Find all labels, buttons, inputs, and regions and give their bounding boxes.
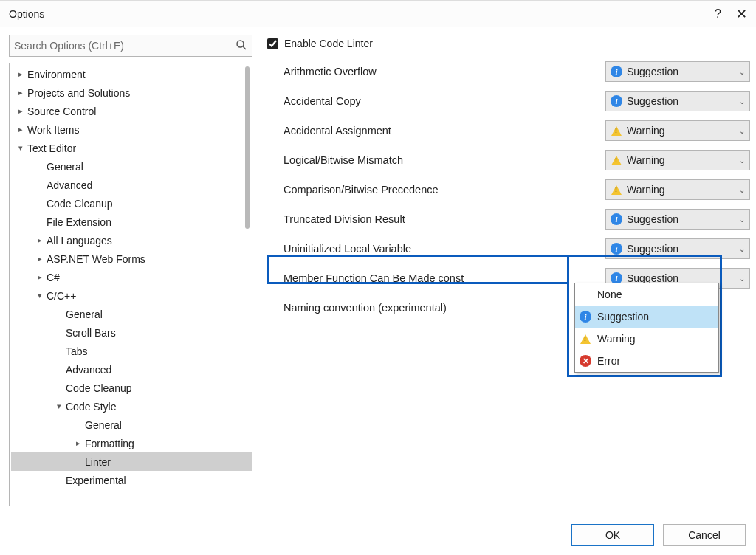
- setting-label: Member Function Can Be Made const: [267, 272, 605, 284]
- severity-combo[interactable]: iSuggestion⌄: [605, 91, 750, 111]
- chevron-down-icon[interactable]: [54, 401, 64, 411]
- severity-combo[interactable]: Warning⌄: [605, 150, 750, 170]
- chevron-down-icon: ⌄: [738, 68, 746, 76]
- chevron-right-icon[interactable]: [73, 438, 83, 448]
- tree-item-label: Code Style: [64, 401, 116, 413]
- tree-item[interactable]: Environment: [11, 65, 252, 83]
- chevron-down-icon[interactable]: [16, 143, 26, 153]
- svg-point-0: [237, 41, 244, 47]
- cancel-button[interactable]: Cancel: [663, 524, 746, 546]
- tree-item-label: C/C++: [45, 290, 76, 302]
- tree-item-label: Code Cleanup: [64, 382, 132, 394]
- window-title: Options: [9, 8, 715, 20]
- tree-item[interactable]: Code Cleanup: [11, 379, 252, 397]
- scrollbar[interactable]: [245, 66, 250, 229]
- chevron-down-icon[interactable]: [35, 291, 45, 300]
- tree-item[interactable]: General: [11, 305, 252, 323]
- tree-item-label: Scroll Bars: [64, 327, 116, 339]
- tree-item-label: Tabs: [64, 345, 88, 357]
- tree-item[interactable]: Projects and Solutions: [11, 83, 252, 102]
- chevron-down-icon: ⌄: [738, 156, 746, 165]
- tree-item[interactable]: Advanced: [11, 176, 252, 194]
- severity-combo[interactable]: Warning⌄: [605, 120, 750, 141]
- dialog-body: EnvironmentProjects and SolutionsSource …: [0, 27, 756, 514]
- setting-label: Uninitialized Local Variable: [267, 243, 605, 255]
- setting-label: Comparison/Bitwise Precedence: [267, 184, 605, 196]
- tree-item-label: Code Cleanup: [45, 198, 113, 210]
- enable-linter-label[interactable]: Enable Code Linter: [284, 38, 373, 49]
- tree-item[interactable]: Text Editor: [11, 139, 252, 157]
- setting-row: Accidental AssignmentWarning⌄: [267, 116, 750, 145]
- nav-tree[interactable]: EnvironmentProjects and SolutionsSource …: [10, 63, 252, 494]
- tree-item[interactable]: Experimental: [11, 471, 252, 489]
- tree-spacer: [54, 476, 64, 485]
- tree-item-label: General: [64, 308, 103, 320]
- setting-row: Truncated Division ResultiSuggestion⌄: [267, 204, 750, 234]
- tree-item[interactable]: Source Control: [11, 102, 252, 120]
- tree-item[interactable]: Code Cleanup: [11, 194, 252, 213]
- titlebar: Options ? ✕: [0, 1, 756, 27]
- combo-value: Suggestion: [624, 213, 738, 225]
- dropdown-option[interactable]: Warning: [575, 328, 718, 350]
- tree-spacer: [35, 218, 45, 227]
- error-icon: ✕: [578, 355, 593, 367]
- dropdown-option-label: Error: [593, 355, 620, 367]
- chevron-right-icon[interactable]: [35, 272, 45, 282]
- search-input[interactable]: [14, 40, 231, 52]
- combo-value: Suggestion: [624, 66, 738, 77]
- left-pane: EnvironmentProjects and SolutionsSource …: [9, 35, 252, 506]
- right-pane: Enable Code Linter Arithmetic OverflowiS…: [267, 35, 750, 506]
- window-controls: ? ✕: [715, 6, 747, 22]
- chevron-right-icon[interactable]: [35, 235, 45, 245]
- warning-icon: [578, 334, 593, 344]
- tree-item-label: File Extension: [45, 216, 111, 228]
- help-icon[interactable]: ?: [715, 7, 721, 21]
- tree-item[interactable]: Tabs: [11, 342, 252, 360]
- dropdown-option[interactable]: iSuggestion: [575, 306, 718, 328]
- tree-spacer: [54, 365, 64, 374]
- tree-item-label: Projects and Solutions: [26, 87, 130, 99]
- severity-combo[interactable]: iSuggestion⌄: [605, 209, 750, 230]
- severity-dropdown[interactable]: NoneiSuggestionWarning✕Error: [574, 283, 719, 373]
- enable-linter-row: Enable Code Linter: [267, 38, 750, 49]
- tree-item[interactable]: General: [11, 416, 252, 434]
- severity-combo[interactable]: iSuggestion⌄: [605, 238, 750, 259]
- chevron-right-icon[interactable]: [16, 125, 26, 134]
- tree-item[interactable]: Advanced: [11, 360, 252, 379]
- chevron-right-icon[interactable]: [35, 254, 45, 263]
- chevron-right-icon[interactable]: [16, 106, 26, 116]
- chevron-right-icon[interactable]: [16, 88, 26, 97]
- search-box[interactable]: [9, 35, 252, 57]
- tree-item-label: C#: [45, 272, 60, 283]
- tree-item[interactable]: Code Style: [11, 397, 252, 416]
- severity-combo[interactable]: Warning⌄: [605, 179, 750, 200]
- combo-value: Warning: [624, 154, 738, 166]
- enable-linter-checkbox[interactable]: [267, 38, 278, 49]
- dropdown-option[interactable]: None: [575, 283, 718, 306]
- tree-item[interactable]: Scroll Bars: [11, 323, 252, 342]
- warning-icon: [609, 185, 624, 195]
- tree-item[interactable]: Work Items: [11, 120, 252, 139]
- tree-item[interactable]: General: [11, 157, 252, 176]
- tree-item[interactable]: C/C++: [11, 286, 252, 305]
- chevron-right-icon[interactable]: [16, 69, 26, 79]
- setting-label: Truncated Division Result: [267, 213, 605, 225]
- ok-button[interactable]: OK: [571, 524, 654, 546]
- tree-item-label: Work Items: [26, 124, 80, 136]
- tree-item[interactable]: Formatting: [11, 434, 252, 452]
- tree-spacer: [73, 458, 83, 466]
- tree-item[interactable]: Linter: [11, 452, 252, 471]
- tree-item-label: Linter: [83, 456, 111, 468]
- dropdown-option[interactable]: ✕Error: [575, 350, 718, 372]
- tree-item[interactable]: ASP.NET Web Forms: [11, 249, 252, 268]
- tree-item[interactable]: All Languages: [11, 231, 252, 249]
- setting-label: Arithmetic Overflow: [267, 66, 605, 77]
- tree-item-label: General: [83, 419, 122, 431]
- close-icon[interactable]: ✕: [736, 6, 747, 22]
- severity-combo[interactable]: iSuggestion⌄: [605, 61, 750, 82]
- chevron-down-icon: ⌄: [738, 275, 746, 283]
- tree-spacer: [54, 310, 64, 319]
- info-icon: i: [609, 95, 624, 107]
- tree-item[interactable]: C#: [11, 268, 252, 286]
- tree-item[interactable]: File Extension: [11, 213, 252, 231]
